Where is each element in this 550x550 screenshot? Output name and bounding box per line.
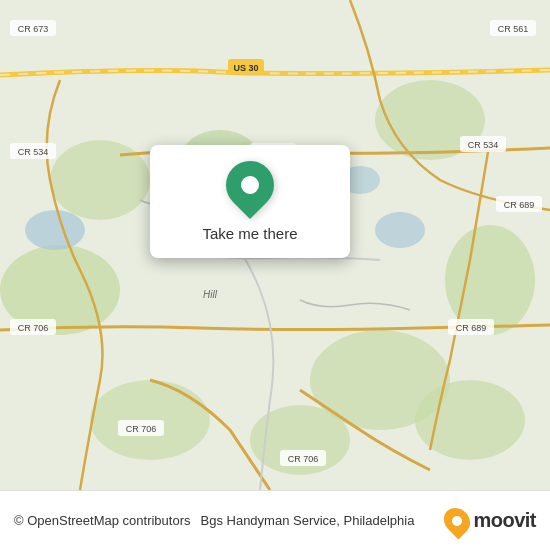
popup-card: Take me there bbox=[150, 145, 350, 258]
svg-text:CR 689: CR 689 bbox=[504, 200, 535, 210]
take-me-there-button[interactable]: Take me there bbox=[194, 221, 305, 246]
moovit-logo: moovit bbox=[445, 507, 536, 535]
map-pin-icon bbox=[216, 151, 284, 219]
svg-text:Hill: Hill bbox=[203, 289, 218, 300]
location-label: Bgs Handyman Service, Philadelphia bbox=[201, 513, 436, 528]
svg-point-10 bbox=[25, 210, 85, 250]
moovit-brand: moovit bbox=[473, 509, 536, 532]
svg-point-11 bbox=[375, 212, 425, 248]
map-container: CR 673 US 30 CR 561 CR 534 CR 534 CR 534… bbox=[0, 0, 550, 490]
svg-text:CR 706: CR 706 bbox=[288, 454, 319, 464]
osm-attribution: © OpenStreetMap contributors bbox=[14, 513, 191, 528]
svg-text:CR 706: CR 706 bbox=[18, 323, 49, 333]
svg-text:CR 534: CR 534 bbox=[468, 140, 499, 150]
bottom-bar: © OpenStreetMap contributors Bgs Handyma… bbox=[0, 490, 550, 550]
svg-text:CR 561: CR 561 bbox=[498, 24, 529, 34]
moovit-pin-icon bbox=[439, 502, 476, 539]
svg-point-2 bbox=[50, 140, 150, 220]
svg-text:CR 689: CR 689 bbox=[456, 323, 487, 333]
svg-text:CR 706: CR 706 bbox=[126, 424, 157, 434]
svg-text:CR 534: CR 534 bbox=[18, 147, 49, 157]
svg-text:US 30: US 30 bbox=[233, 63, 258, 73]
attribution-text: © OpenStreetMap contributors bbox=[14, 513, 191, 528]
location-name: Bgs Handyman Service, Philadelphia bbox=[201, 513, 415, 528]
svg-text:CR 673: CR 673 bbox=[18, 24, 49, 34]
